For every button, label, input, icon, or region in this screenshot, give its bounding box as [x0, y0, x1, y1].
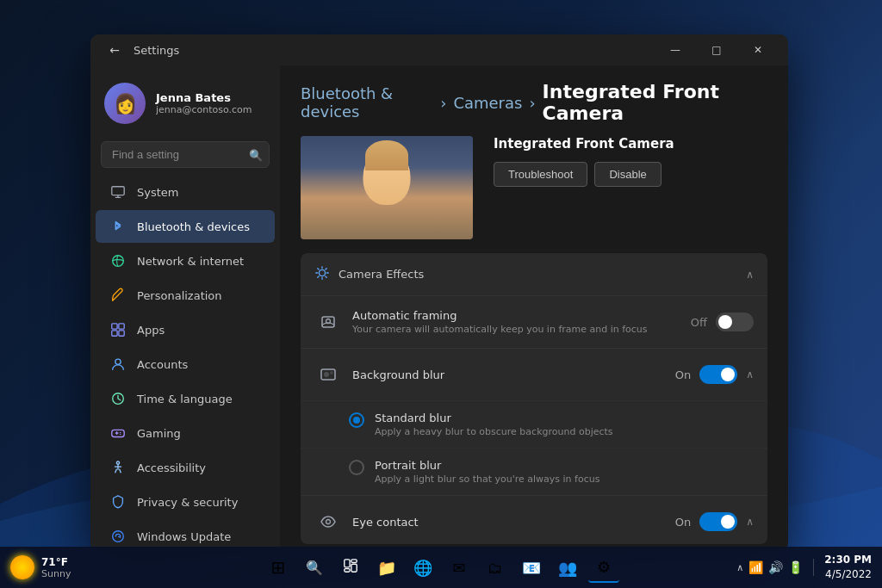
taskbar-left: 71°F Sunny — [10, 555, 71, 579]
settings-taskbar-icon: ⚙ — [597, 558, 611, 576]
svg-point-19 — [326, 520, 331, 524]
taskbar-teams[interactable]: 👥 — [552, 552, 583, 583]
chevron-up-icon[interactable]: ∧ — [736, 562, 743, 573]
weather-widget[interactable]: 71°F Sunny — [41, 556, 71, 579]
svg-point-1 — [113, 256, 124, 267]
portrait-blur-text: Portrait blur Apply a light blur so that… — [375, 459, 754, 485]
sidebar-label-gaming: Gaming — [137, 427, 181, 440]
close-button[interactable]: ✕ — [738, 37, 778, 63]
taskbar-settings[interactable]: ⚙ — [588, 552, 619, 583]
windows-icon: ⊞ — [271, 557, 286, 578]
sidebar-item-apps[interactable]: Apps — [96, 313, 275, 346]
portrait-blur-radio[interactable] — [349, 460, 364, 475]
sidebar-label-accounts: Accounts — [137, 358, 188, 371]
sidebar-item-accessibility[interactable]: Accessibility — [96, 451, 275, 484]
sidebar-item-privacy[interactable]: Privacy & security — [96, 486, 275, 518]
auto-framing-row: Automatic framing Your camera will autom… — [301, 295, 767, 348]
battery-icon[interactable]: 🔋 — [788, 560, 803, 574]
sidebar-item-bluetooth[interactable]: Bluetooth & devices — [96, 210, 275, 243]
camera-effects-header[interactable]: Camera Effects ∧ — [301, 253, 767, 295]
user-email: jenna@contoso.com — [156, 104, 266, 115]
svg-rect-4 — [112, 331, 117, 336]
sidebar-item-personalization[interactable]: Personalization — [96, 279, 275, 312]
sidebar-item-time[interactable]: Time & language — [96, 382, 275, 415]
svg-point-18 — [330, 371, 333, 374]
search-icon: 🔍 — [249, 148, 263, 161]
svg-point-9 — [120, 432, 121, 433]
sidebar-label-update: Windows Update — [137, 530, 231, 543]
sidebar-item-gaming[interactable]: Gaming — [96, 417, 275, 449]
standard-blur-radio[interactable] — [349, 412, 364, 428]
taskbar-search-icon: 🔍 — [306, 560, 323, 576]
weather-info: 71°F Sunny — [41, 556, 71, 579]
weather-icon — [10, 555, 34, 579]
breadcrumb-item-current: Integrated Front Camera — [543, 81, 767, 124]
camera-buttons: Troubleshoot Disable — [494, 162, 674, 187]
taskbar-file-explorer[interactable]: 📁 — [371, 552, 402, 583]
standard-blur-text: Standard blur Apply a heavy blur to obsc… — [375, 412, 754, 437]
disable-button[interactable]: Disable — [594, 162, 661, 187]
system-tray-icons: ∧ 📶 🔊 🔋 — [736, 560, 803, 574]
clock[interactable]: 2:30 PM 4/5/2022 — [824, 553, 872, 582]
eye-contact-toggle[interactable] — [699, 512, 737, 531]
settings-window: ← Settings — □ ✕ 👩 Jenna — [90, 34, 788, 551]
svg-rect-20 — [345, 560, 350, 567]
breadcrumb-sep-2: › — [529, 94, 535, 112]
gaming-icon — [109, 424, 127, 442]
task-view-icon — [343, 558, 358, 577]
taskbar-mail[interactable]: ✉ — [444, 552, 475, 583]
svg-point-13 — [319, 269, 325, 275]
minimize-button[interactable]: — — [655, 37, 695, 63]
accessibility-icon — [109, 459, 127, 476]
taskbar-edge[interactable]: 🌐 — [407, 552, 438, 583]
breadcrumb-item-cameras[interactable]: Cameras — [453, 94, 522, 112]
camera-effects-icon — [314, 265, 330, 283]
system-icon — [109, 183, 127, 201]
taskbar-center: ⊞ 🔍 📁 🌐 ✉ 🗂 📧 👥 ⚙ — [263, 552, 619, 583]
svg-rect-22 — [351, 564, 357, 572]
user-name: Jenna Bates — [156, 91, 266, 104]
auto-framing-state: Off — [691, 316, 707, 329]
camera-effects-title: Camera Effects — [339, 268, 424, 281]
background-blur-toggle[interactable] — [699, 365, 737, 384]
back-button[interactable]: ← — [104, 40, 125, 60]
background-blur-icon — [314, 361, 342, 388]
taskbar-outlook[interactable]: 📧 — [516, 552, 547, 583]
title-bar: ← Settings — □ ✕ — [90, 34, 788, 65]
background-blur-row: Background blur On ∧ — [301, 348, 767, 400]
apps-icon — [109, 321, 127, 338]
mail-icon: ✉ — [452, 559, 465, 577]
background-blur-chevron: ∧ — [746, 368, 754, 381]
search-input[interactable] — [101, 141, 270, 168]
volume-icon[interactable]: 🔊 — [768, 560, 783, 574]
svg-point-17 — [324, 372, 329, 377]
svg-rect-3 — [119, 324, 124, 329]
taskbar-files[interactable]: 🗂 — [480, 552, 511, 583]
background-blur-left: Background blur — [314, 361, 675, 388]
sidebar-item-accounts[interactable]: Accounts — [96, 348, 275, 381]
standard-blur-option[interactable]: Standard blur Apply a heavy blur to obsc… — [301, 400, 767, 448]
breadcrumb: Bluetooth & devices › Cameras › Integrat… — [280, 65, 788, 136]
breadcrumb-item-bluetooth[interactable]: Bluetooth & devices — [301, 84, 433, 121]
start-button[interactable]: ⊞ — [263, 552, 294, 583]
portrait-blur-option[interactable]: Portrait blur Apply a light blur so that… — [301, 448, 767, 495]
eye-contact-left: Eye contact — [314, 508, 675, 535]
portrait-blur-desc: Apply a light blur so that you're always… — [375, 473, 754, 485]
time-display: 2:30 PM — [824, 553, 872, 567]
sidebar-item-system[interactable]: System — [96, 176, 275, 208]
taskbar-search[interactable]: 🔍 — [299, 552, 330, 583]
camera-section: Integrated Front Camera Troubleshoot Dis… — [280, 136, 788, 253]
troubleshoot-button[interactable]: Troubleshoot — [494, 162, 587, 187]
eye-contact-icon — [314, 508, 342, 535]
svg-rect-14 — [322, 317, 334, 327]
maximize-button[interactable]: □ — [697, 37, 736, 63]
sidebar-item-network[interactable]: Network & internet — [96, 244, 275, 277]
auto-framing-toggle[interactable] — [716, 313, 754, 331]
minimize-icon: — — [670, 44, 680, 56]
taskbar-task-view[interactable] — [335, 552, 366, 583]
auto-framing-text: Automatic framing Your camera will autom… — [352, 309, 691, 335]
wifi-icon[interactable]: 📶 — [748, 560, 763, 574]
user-profile[interactable]: 👩 Jenna Bates jenna@contoso.com — [90, 72, 280, 138]
window-title: Settings — [134, 44, 179, 57]
sidebar-label-personalization: Personalization — [137, 289, 222, 302]
